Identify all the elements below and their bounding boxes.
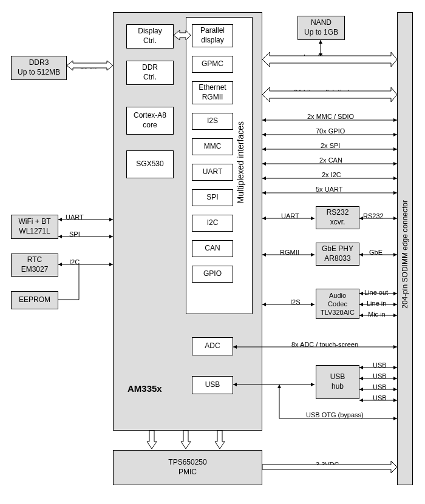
cortex-core: Cortex-A8 core (126, 107, 174, 135)
lbl-spi-left: SPI (69, 230, 80, 238)
mux-label: Multiplexed interfaces (236, 121, 245, 203)
ddr-ctrl: DDR Ctrl. (126, 61, 174, 85)
display-ctrl: Display Ctrl. (126, 24, 174, 49)
lbl-micin: Mic in (368, 311, 386, 318)
mux-i2s: I2S (192, 113, 233, 130)
lbl-usb3: USB (373, 383, 387, 391)
lbl-uart-right: UART (281, 212, 299, 220)
usb-block: USB (192, 376, 233, 394)
eeprom-block: EEPROM (11, 291, 58, 309)
lbl-usb1: USB (373, 361, 387, 369)
mux-ethernet: Ethernet RGMII (192, 81, 233, 104)
lbl-localbus: Local bus (304, 53, 332, 61)
sgx530: SGX530 (126, 150, 174, 178)
lbl-i2c2: 2x I2C (322, 171, 341, 178)
mux-uart: UART (192, 164, 233, 181)
pmic-block: TPS650250 PMIC (113, 450, 262, 485)
lbl-spi2: 2x SPI (321, 142, 340, 149)
mux-gpio: GPIO (192, 266, 233, 283)
nand-block: NAND Up to 1GB (298, 16, 345, 40)
lbl-uart5: 5x UART (316, 186, 342, 193)
lbl-gbe: GbE (369, 249, 382, 256)
audio-block: Audio Codec TLV320AIC (316, 289, 359, 319)
gbe-block: GbE PHY AR8033 (316, 243, 359, 266)
wifi-block: WiFi + BT WL1271L (11, 215, 58, 239)
usbhub-block: USB hub (316, 365, 359, 399)
rs232-block: RS232 xcvr. (316, 206, 359, 229)
mux-can: CAN (192, 240, 233, 257)
lbl-rgmii: RGMII (280, 249, 299, 256)
edge-label: 204-pin SODIMM edge connector (401, 200, 409, 309)
lbl-linein: Line in (367, 300, 386, 307)
lbl-usb2: USB (373, 372, 387, 380)
lbl-i2c-left: I2C (69, 258, 80, 266)
lbl-rs232: RS232 (363, 212, 384, 220)
mux-i2c: I2C (192, 215, 233, 232)
lbl-i2s: I2S (290, 298, 301, 306)
lbl-gpio70: 70x GPIO (316, 127, 345, 135)
ddr3-block: DDR3 Up to 512MB (11, 56, 67, 80)
lbl-lineout: Line out (364, 289, 388, 296)
rtc-block: RTC EM3027 (11, 254, 58, 277)
mux-parallel-display: Parallel display (192, 24, 233, 47)
lbl-adc: 8x ADC / touch-screen (291, 341, 358, 348)
lbl-vdc: 3.3VDC (316, 461, 339, 468)
lbl-usbotg: USB OTG (bypass) (306, 411, 364, 418)
lbl-can2: 2x CAN (319, 156, 342, 164)
lbl-usb4: USB (373, 394, 387, 402)
mux-spi: SPI (192, 189, 233, 206)
lbl-mmc: 2x MMC / SDIO (307, 113, 354, 120)
mux-mmc: MMC (192, 138, 233, 155)
lbl-16bit: 16 bit (80, 62, 97, 70)
lbl-24bit: 24-bit parallel display (294, 89, 356, 96)
soc-title: AM335x (127, 383, 162, 394)
lbl-uart-left1: UART (66, 213, 84, 221)
mux-gpmc: GPMC (192, 56, 233, 73)
adc-block: ADC (192, 337, 233, 355)
